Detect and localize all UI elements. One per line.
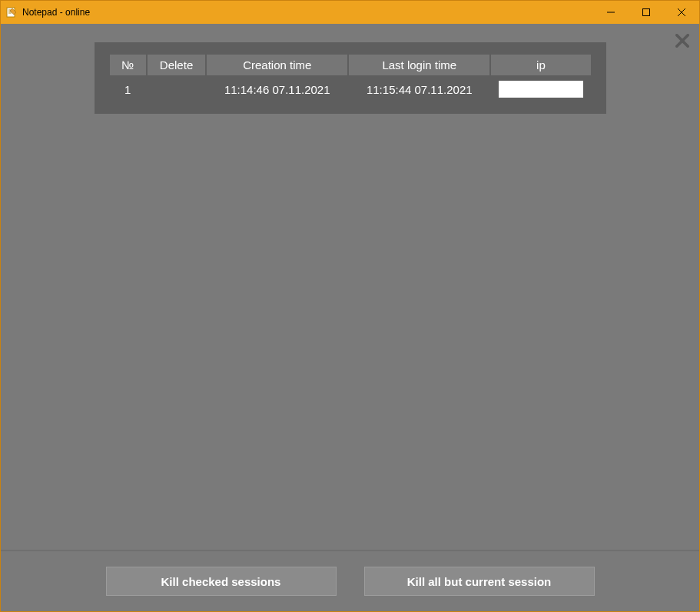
ip-value xyxy=(499,81,582,98)
col-header-delete: Delete xyxy=(148,55,205,75)
cell-creation-time: 11:14:46 07.11.2021 xyxy=(207,77,347,101)
cell-last-login-time: 11:15:44 07.11.2021 xyxy=(349,77,489,101)
col-header-last-login-time: Last login time xyxy=(349,55,489,75)
table-header-row: № Delete Creation time Last login time i… xyxy=(110,55,591,75)
app-icon xyxy=(5,6,18,18)
main-content: № Delete Creation time Last login time i… xyxy=(1,24,699,550)
sessions-panel: № Delete Creation time Last login time i… xyxy=(95,42,606,114)
maximize-button[interactable] xyxy=(629,1,664,24)
window-title: Notepad - online xyxy=(22,7,593,18)
modal-close-button[interactable] xyxy=(675,33,690,48)
table-row[interactable]: 1 11:14:46 07.11.2021 11:15:44 07.11.202… xyxy=(110,77,591,101)
window-controls xyxy=(593,1,699,24)
cell-number: 1 xyxy=(110,77,146,101)
content-area: № Delete Creation time Last login time i… xyxy=(1,24,699,611)
sessions-table: № Delete Creation time Last login time i… xyxy=(108,53,592,103)
col-header-number: № xyxy=(110,55,146,75)
cell-delete[interactable] xyxy=(148,77,205,101)
app-window: Notepad - online xyxy=(0,0,700,612)
svg-rect-5 xyxy=(643,9,650,16)
kill-all-but-current-button[interactable]: Kill all but current session xyxy=(364,567,595,596)
minimize-button[interactable] xyxy=(593,1,629,24)
col-header-creation-time: Creation time xyxy=(207,55,347,75)
titlebar: Notepad - online xyxy=(1,1,699,24)
cell-ip xyxy=(491,77,590,101)
footer-bar: Kill checked sessions Kill all but curre… xyxy=(1,550,699,611)
kill-checked-sessions-button[interactable]: Kill checked sessions xyxy=(106,567,337,596)
close-button[interactable] xyxy=(664,1,699,24)
col-header-ip: ip xyxy=(491,55,590,75)
